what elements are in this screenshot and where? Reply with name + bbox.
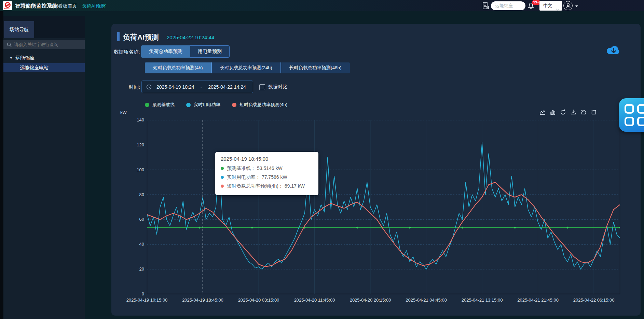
zoom-select-icon[interactable] — [580, 109, 587, 115]
time-range-separator: - — [201, 84, 202, 90]
chevron-down-icon — [556, 4, 560, 14]
legend-dot-forecast-4h — [232, 103, 236, 107]
chart-plot-area[interactable] — [147, 120, 620, 294]
data-compare-label: 数据对比 — [268, 84, 287, 90]
nav-item-home[interactable]: 首页 — [68, 3, 77, 9]
logo-icon — [5, 2, 11, 8]
time-end-value[interactable]: 2025-04-22 14:24 — [208, 84, 246, 90]
language-value: 中文 — [543, 3, 552, 8]
tooltip-dot-realtime-power — [221, 176, 224, 179]
line-chart-icon[interactable] — [539, 109, 546, 115]
nav-item-dashboard[interactable]: 数据看板 — [49, 3, 67, 9]
tooltip-row-baseline: 预测基准线： 53.5146 kW — [221, 164, 313, 173]
tooltip-timestamp: 2025-04-19 18:45:00 — [221, 156, 313, 162]
floating-apps-button[interactable] — [619, 98, 644, 132]
forecast-horizon-tabs: 短时负载总功率预测(4h) 长时负载总功率预测(24h) 长时负载总功率预测(4… — [145, 62, 350, 73]
tree-node-station-selected[interactable]: 远能锦座电站 — [3, 63, 85, 72]
tree-expand-arrow-icon[interactable]: ▼ — [10, 56, 13, 60]
bar-chart-icon[interactable] — [550, 109, 556, 115]
time-start-value[interactable]: 2025-04-19 10:24 — [156, 84, 194, 90]
tab-station-navigation[interactable]: 场站导航 — [4, 21, 34, 38]
tab-long-term-48h[interactable]: 长时负载总功率预测(48h) — [280, 62, 350, 73]
data-item-label: 数据项名称: — [114, 49, 140, 55]
legend-item-realtime-power[interactable]: 实时用电功率 — [186, 102, 220, 108]
button-load-power-forecast[interactable]: 负荷总功率预测 — [141, 45, 190, 58]
top-navbar: 智慧储能监控系统 数据看板 首页 负荷AI预测 × 99+ 中文 — [0, 0, 644, 11]
download-image-icon[interactable] — [570, 109, 576, 115]
legend-dot-baseline — [145, 103, 149, 107]
tab-load-ai-forecast[interactable]: 负荷AI预测 — [82, 3, 105, 9]
chart-toolbar — [539, 109, 597, 115]
chart-svg[interactable] — [147, 120, 620, 294]
legend-dot-realtime-power — [186, 103, 191, 107]
time-range-picker[interactable]: 2025-04-19 10:24 - 2025-04-22 14:24 — [141, 81, 253, 93]
user-avatar[interactable] — [563, 1, 573, 10]
search-icon — [7, 42, 12, 47]
sidebar-search-input[interactable] — [14, 42, 81, 47]
cloud-download-icon[interactable] — [605, 44, 622, 59]
tooltip-row-forecast-4h: 短时负载总功率预测(4h)： 69.17 kW — [221, 182, 313, 191]
page-timestamp: 2025-04-22 10:24:44 — [167, 34, 214, 40]
main-panel: 负荷AI预测 2025-04-22 10:24:44 数据项名称: 负荷总功率预… — [111, 24, 641, 316]
tab-close-icon[interactable]: × — [104, 3, 106, 8]
y-axis-unit-label: kW — [120, 110, 127, 115]
legend-item-forecast-4h[interactable]: 短时负载总功率预测(4h) — [232, 102, 287, 108]
data-item-button-group: 负荷总功率预测 用电量预测 — [141, 45, 230, 58]
tree-parent-label: 远能锦座 — [15, 55, 35, 61]
app-logo — [3, 1, 12, 10]
station-building-icon[interactable] — [482, 2, 490, 11]
tooltip-dot-baseline — [221, 167, 224, 170]
title-accent-bar — [117, 32, 120, 41]
page-title: 负荷AI预测 — [123, 32, 159, 42]
refresh-icon[interactable] — [560, 109, 566, 115]
station-tree: ▼ 远能锦座 远能锦座电站 — [3, 54, 85, 72]
station-sidebar: 场站导航 ▼ 远能锦座 远能锦座电站 — [3, 16, 85, 319]
tooltip-dot-forecast-4h — [221, 185, 224, 188]
sidebar-header: 场站导航 — [3, 16, 85, 38]
apps-grid-icon — [625, 104, 644, 126]
language-select[interactable]: 中文 — [539, 1, 562, 11]
tab-long-term-24h[interactable]: 长时负载总功率预测(24h) — [211, 62, 280, 73]
tooltip-row-realtime-power: 实时用电功率： 77.7586 kW — [221, 173, 313, 182]
button-energy-forecast[interactable]: 用电量预测 — [190, 45, 230, 58]
data-compare-checkbox[interactable] — [259, 84, 265, 90]
clock-icon — [146, 84, 152, 90]
sidebar-search[interactable] — [3, 40, 85, 49]
app-window: 智慧储能监控系统 数据看板 首页 负荷AI预测 × 99+ 中文 — [0, 0, 644, 319]
chart-tooltip: 2025-04-19 18:45:00 预测基准线： 53.5146 kW 实时… — [215, 152, 318, 195]
avatar-dropdown-caret-icon — [575, 5, 578, 7]
zoom-reset-icon[interactable] — [591, 109, 597, 115]
tab-short-term-4h[interactable]: 短时负载总功率预测(4h) — [145, 62, 211, 73]
left-edge-strip — [0, 11, 3, 319]
legend-item-baseline[interactable]: 预测基准线 — [145, 102, 175, 108]
chart-legend: 预测基准线 实时用电功率 短时负载总功率预测(4h) — [145, 102, 287, 108]
time-label: 时间: — [129, 84, 140, 90]
station-search-input[interactable] — [491, 1, 525, 10]
tree-node-station-group[interactable]: ▼ 远能锦座 — [3, 54, 85, 62]
